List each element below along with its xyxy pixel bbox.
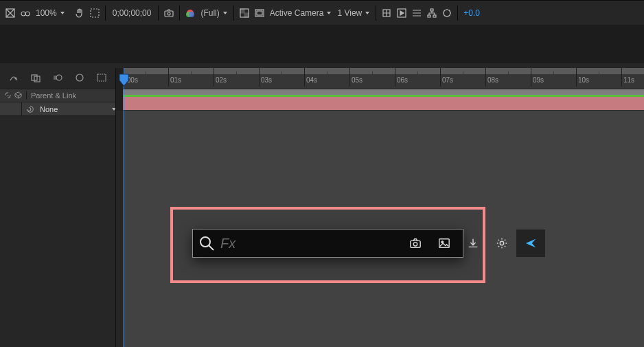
resolution-dropdown[interactable]: (Full) [198,7,230,19]
parent-value[interactable]: None [38,105,107,113]
fast-previews-icon[interactable] [394,5,409,21]
layer-switches[interactable] [0,102,22,115]
app-toolbar: 100% 0;00;00;00 (Full) Active Camera [0,0,644,25]
zoom-dropdown[interactable]: 100% [33,7,68,19]
resolution-value: (Full) [200,8,219,18]
timecode-display[interactable]: 0;00;00;00 [108,7,156,19]
chevron-down-icon [222,10,228,16]
safe-zones-icon[interactable] [252,5,267,21]
alpha-icon[interactable] [3,5,18,21]
ruler-tick: 03s [261,76,272,84]
chevron-down-icon [326,10,332,16]
svg-point-5 [168,12,170,15]
flowchart-icon[interactable] [424,5,439,21]
layer-duration-bar[interactable] [123,97,644,110]
panel-upper-gap [0,25,644,63]
svg-point-23 [56,75,62,80]
svg-rect-25 [97,74,106,81]
layer-columns-header: Parent & Link [0,89,115,102]
motion-blur-icon[interactable] [51,71,65,85]
layer-row[interactable]: None [0,102,115,116]
svg-rect-17 [428,15,430,17]
current-time-indicator[interactable] [119,74,129,89]
pickwhip-icon[interactable] [22,105,38,113]
pixel-aspect-icon[interactable] [379,5,394,21]
ruler-tick: 11s [623,76,634,84]
view-count-value: 1 View [337,8,362,18]
svg-rect-13 [257,11,262,15]
camera-icon[interactable] [401,230,430,257]
ruler-tick: 01s [170,76,181,84]
svg-point-20 [15,78,16,79]
layer-toolbar [0,68,115,87]
svg-rect-27 [411,240,420,247]
fx-search-input[interactable] [220,236,395,251]
svg-rect-29 [439,239,449,248]
chevron-down-icon [60,10,65,16]
send-icon[interactable] [516,230,545,257]
draft3d-icon[interactable] [95,71,108,85]
playhead-line [124,68,124,347]
pickwhip-column-icon [4,91,12,100]
glasses-icon[interactable] [18,5,33,21]
svg-rect-10 [240,9,244,13]
timecode-value: 0;00;00;00 [113,8,152,18]
fx-search-area [193,230,401,257]
svg-point-2 [25,12,30,16]
fx-console [192,229,463,258]
ruler-tick: 02s [216,76,227,84]
svg-point-24 [76,74,83,81]
svg-rect-4 [165,11,173,16]
ruler-tick: 09s [533,76,544,84]
download-icon[interactable] [459,230,487,257]
chevron-down-icon [365,10,370,16]
timeline-icon[interactable] [409,5,424,21]
svg-point-28 [413,243,417,246]
ruler-zoom-bar[interactable] [123,68,644,74]
search-icon [198,235,215,251]
gear-icon[interactable] [487,230,516,257]
render-icon[interactable] [439,5,455,21]
graph-editor-icon[interactable] [73,71,87,85]
transparency-grid-icon[interactable] [237,5,252,21]
ruler-tick: 10s [578,76,589,84]
svg-point-31 [500,241,503,245]
ruler-tick: 06s [397,76,408,84]
hand-icon[interactable] [72,5,87,21]
cube-icon [14,91,22,100]
ruler-tick: 04s [306,76,317,84]
timeline-panel: :00s 01s 02s 03s 04s 05s 06s 07s 08s 09s… [0,25,644,347]
fx-toolbar [401,230,545,257]
time-ruler[interactable]: :00s 01s 02s 03s 04s 05s 06s 07s 08s 09s… [123,74,644,87]
shy-icon[interactable] [7,71,21,85]
svg-rect-16 [430,9,433,11]
ruler-tick: 07s [442,76,453,84]
exposure-value[interactable]: +0.0 [461,8,483,18]
snapshot-icon[interactable] [161,5,176,21]
image-icon[interactable] [430,230,459,257]
region-icon[interactable] [87,5,102,21]
svg-point-26 [200,237,210,247]
camera-dropdown[interactable]: Active Camera [267,7,335,19]
camera-value: Active Camera [270,8,324,18]
ruler-tick: 08s [487,76,498,84]
svg-rect-3 [91,9,99,17]
show-channel-icon[interactable] [183,5,198,21]
chevron-down-icon[interactable] [107,107,115,112]
frame-blend-icon[interactable] [29,71,43,85]
work-area-bar[interactable] [123,89,644,95]
ruler-tick: 05s [352,76,363,84]
view-count-dropdown[interactable]: 1 View [334,7,373,19]
zoom-value: 100% [36,8,57,18]
parent-link-label: Parent & Link [26,91,115,100]
svg-rect-11 [244,13,249,17]
svg-point-1 [21,12,25,16]
svg-point-8 [189,12,194,17]
svg-rect-18 [433,15,436,17]
